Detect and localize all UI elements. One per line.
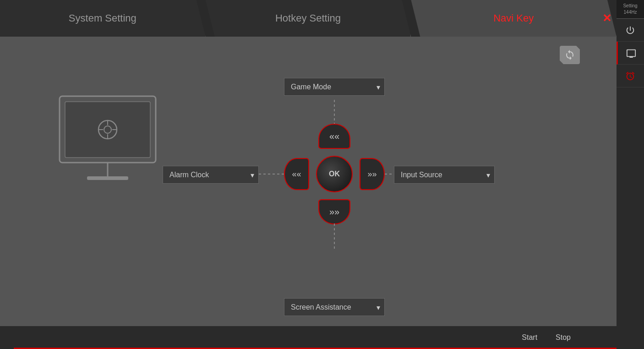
main-panel: System Setting Hotkey Setting Navi Key ✕	[0, 0, 617, 349]
screen-assistance-select[interactable]: Screen Assistance None Crosshair Screen …	[284, 298, 385, 316]
bottom-bar: Start Stop	[0, 326, 617, 349]
svg-rect-1	[65, 102, 150, 158]
input-source-select[interactable]: Input Source HDMI1 HDMI2 DP Type-C	[394, 166, 495, 184]
reset-icon	[564, 49, 575, 60]
sidebar-icon-display[interactable]	[617, 42, 644, 65]
reset-button[interactable]	[560, 46, 580, 64]
alarm-clock-dropdown-wrapper: Alarm Clock Off 15 Minutes 30 Minutes 45…	[163, 166, 259, 184]
power-icon	[625, 25, 635, 35]
alarm-clock-select-wrapper: Alarm Clock Off 15 Minutes 30 Minutes 45…	[163, 166, 259, 184]
monitor-svg	[55, 92, 160, 192]
ok-button[interactable]: OK	[316, 156, 353, 192]
alarm-icon	[625, 71, 635, 81]
screen-assistance-select-wrapper: Screen Assistance None Crosshair Screen …	[284, 298, 385, 316]
tab-system[interactable]: System Setting	[0, 0, 206, 37]
content-panel: Game Mode User Mode FPS RTS RPG ««	[0, 37, 617, 349]
sidebar-icon-alarm[interactable]	[617, 65, 644, 87]
dpad-left-button[interactable]: ««	[284, 158, 309, 190]
close-button[interactable]: ✕	[602, 12, 611, 25]
navi-area: Game Mode User Mode FPS RTS RPG ««	[174, 64, 495, 330]
monitor-illustration	[55, 92, 160, 194]
tab-navikey[interactable]: Navi Key ✕	[411, 0, 617, 37]
hz-label: 144Hz	[617, 9, 644, 16]
dpad-up-button[interactable]: ««	[318, 124, 350, 149]
sidebar-icon-power[interactable]	[617, 19, 644, 42]
game-mode-select-wrapper: Game Mode User Mode FPS RTS RPG	[284, 78, 385, 96]
start-button[interactable]: Start	[522, 333, 537, 342]
connector-bottom	[334, 224, 335, 249]
dpad: «« »» «« »» OK	[284, 124, 385, 224]
game-mode-select[interactable]: Game Mode User Mode FPS RTS RPG	[284, 78, 385, 96]
stop-button[interactable]: Stop	[556, 333, 571, 342]
input-source-select-wrapper: Input Source HDMI1 HDMI2 DP Type-C	[394, 166, 495, 184]
display-icon	[626, 48, 636, 58]
input-source-dropdown-wrapper: Input Source HDMI1 HDMI2 DP Type-C	[394, 166, 495, 184]
tab-hotkey[interactable]: Hotkey Setting	[206, 0, 411, 37]
right-sidebar: Setting 144Hz	[617, 0, 644, 349]
svg-rect-3	[87, 176, 128, 180]
connector-left	[259, 174, 284, 174]
dpad-right-button[interactable]: »»	[360, 158, 385, 190]
sidebar-top-section: Setting 144Hz	[617, 0, 644, 19]
setting-label: Setting	[617, 3, 644, 9]
connector-top	[334, 100, 335, 125]
screen-assistance-dropdown-wrapper: Screen Assistance None Crosshair Screen …	[284, 298, 385, 316]
dpad-down-button[interactable]: »»	[318, 199, 350, 224]
tab-bar: System Setting Hotkey Setting Navi Key ✕	[0, 0, 617, 37]
game-mode-dropdown-wrapper: Game Mode User Mode FPS RTS RPG	[284, 78, 385, 96]
alarm-clock-select[interactable]: Alarm Clock Off 15 Minutes 30 Minutes 45…	[163, 166, 259, 184]
